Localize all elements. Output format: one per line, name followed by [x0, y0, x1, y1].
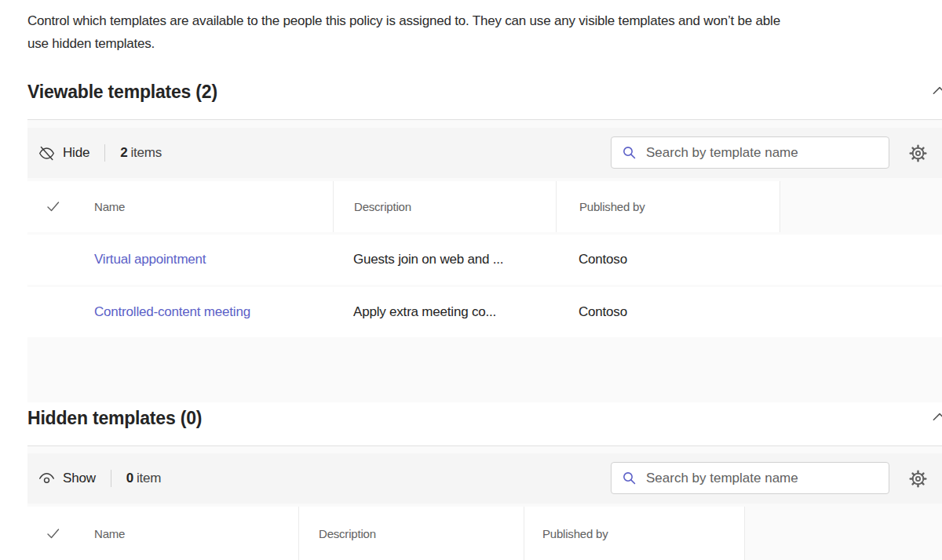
toolbar-separator — [111, 470, 111, 487]
header-cell-published-by[interactable]: Published by — [524, 507, 744, 560]
show-button[interactable]: Show — [38, 470, 96, 488]
template-description: Apply extra meeting co... — [333, 304, 556, 320]
hide-button-label: Hide — [63, 145, 89, 161]
header-cell-filler — [780, 181, 942, 232]
eye-icon — [38, 470, 56, 488]
template-publisher: Contoso — [556, 304, 780, 320]
items-count: 0item — [126, 471, 162, 486]
search-icon — [621, 144, 637, 161]
header-cell-description[interactable]: Description — [333, 181, 556, 232]
header-cell-description[interactable]: Description — [298, 507, 524, 560]
column-header-label[interactable]: Name — [27, 527, 125, 540]
header-cell-name: Name — [27, 507, 298, 560]
table-row[interactable]: Controlled-content meeting Apply extra m… — [27, 287, 942, 337]
gear-icon — [907, 143, 929, 164]
items-count-unit: item — [137, 471, 161, 485]
templates-policy-panel: Control which templates are available to… — [0, 0, 942, 560]
hidden-templates-heading: Hidden templates (0) — [27, 408, 202, 429]
description-line-1: Control which templates are available to… — [27, 13, 780, 28]
header-cell-name: Name — [27, 181, 333, 232]
collapse-section-button[interactable] — [929, 407, 942, 427]
hide-button[interactable]: Hide — [38, 144, 89, 162]
template-name-link[interactable]: Virtual appointment — [27, 252, 206, 267]
items-count-value: 0 — [126, 471, 133, 485]
chevron-up-icon — [929, 407, 942, 427]
hidden-table-header: Name Description Published by — [27, 507, 942, 560]
column-header-label[interactable]: Name — [27, 200, 125, 213]
hidden-toolbar: Show 0item — [27, 453, 942, 504]
search-input[interactable] — [644, 462, 889, 494]
description-line-2: use hidden templates. — [27, 36, 155, 51]
template-name-link[interactable]: Controlled-content meeting — [27, 304, 250, 320]
column-settings-button[interactable] — [906, 141, 929, 165]
items-count-value: 2 — [120, 145, 127, 160]
table-row[interactable]: Virtual appointment Guests join on web a… — [27, 235, 942, 285]
gear-icon — [907, 468, 929, 489]
policy-description: Control which templates are available to… — [27, 9, 932, 55]
template-publisher: Contoso — [556, 252, 780, 267]
select-all-checkmark-icon[interactable] — [46, 526, 60, 541]
header-cell-published-by[interactable]: Published by — [556, 181, 780, 232]
column-settings-button[interactable] — [906, 467, 929, 490]
show-button-label: Show — [63, 471, 96, 486]
viewable-table-header: Name Description Published by — [27, 181, 942, 232]
search-input[interactable] — [644, 136, 889, 169]
select-all-checkmark-icon[interactable] — [46, 199, 60, 214]
toolbar-separator — [104, 144, 105, 162]
viewable-templates-heading: Viewable templates (2) — [27, 82, 217, 103]
items-count: 2items — [120, 145, 162, 161]
header-cell-filler — [744, 507, 942, 560]
eye-off-icon — [38, 144, 56, 162]
search-icon — [621, 470, 637, 486]
template-search — [611, 462, 889, 494]
template-description: Guests join on web and ... — [333, 252, 556, 267]
collapse-section-button[interactable] — [929, 81, 942, 101]
chevron-up-icon — [929, 81, 942, 101]
viewable-toolbar: Hide 2items — [27, 128, 942, 178]
template-search — [611, 136, 889, 169]
items-count-unit: items — [130, 145, 162, 160]
